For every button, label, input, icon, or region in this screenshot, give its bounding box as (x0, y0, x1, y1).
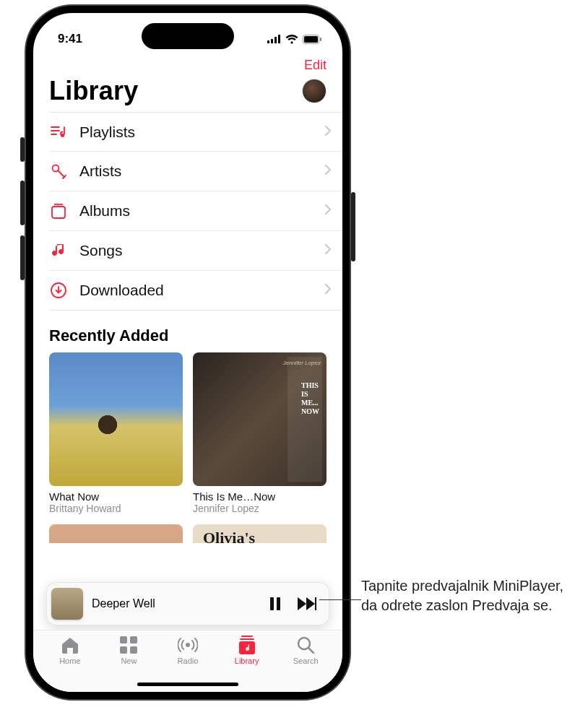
svg-rect-12 (52, 207, 65, 218)
page-title: Library (49, 76, 138, 106)
album-title: What Now (49, 490, 183, 503)
album-artist: Jennifer Lopez (193, 503, 327, 514)
dynamic-island (142, 23, 234, 49)
home-indicator (137, 682, 238, 686)
library-row-label: Playlists (79, 124, 314, 141)
edit-button[interactable]: Edit (304, 58, 327, 73)
album-artist: Brittany Howard (49, 503, 183, 514)
cellular-icon (267, 35, 281, 43)
callout-text: Tapnite predvajalnik MiniPlayer, da odre… (361, 576, 568, 615)
volume-up-button (20, 181, 25, 225)
mini-player-artwork (51, 588, 83, 620)
svg-rect-21 (120, 646, 127, 654)
album-icon (49, 203, 68, 219)
tab-label: Radio (178, 656, 199, 665)
album-card[interactable]: What Now Brittany Howard (49, 352, 183, 514)
profile-avatar[interactable] (302, 79, 327, 103)
svg-rect-18 (315, 597, 316, 610)
cover-signature: Jennifer Lopez (283, 360, 321, 366)
status-time: 9:41 (58, 32, 82, 46)
power-button (351, 192, 355, 261)
recently-added-grid: What Now Brittany Howard Jennifer Lopez … (33, 352, 342, 514)
library-row-label: Artists (79, 162, 314, 180)
svg-rect-15 (277, 597, 280, 610)
library-sections-list: Playlists Artists Albums Songs (33, 112, 342, 311)
chevron-right-icon (325, 204, 331, 217)
svg-rect-2 (274, 37, 277, 43)
svg-rect-0 (267, 40, 269, 43)
library-row-songs[interactable]: Songs (49, 231, 342, 271)
grid-icon (120, 635, 137, 655)
library-row-playlists[interactable]: Playlists (49, 112, 342, 152)
library-row-label: Albums (79, 202, 314, 220)
silent-switch (20, 137, 25, 162)
library-row-label: Songs (79, 242, 314, 259)
library-row-downloaded[interactable]: Downloaded (49, 271, 342, 311)
home-icon (61, 635, 79, 655)
callout-leader-line (319, 599, 361, 600)
svg-rect-20 (130, 636, 137, 644)
tab-label: Search (293, 656, 319, 665)
album-artwork-partial[interactable] (49, 524, 183, 543)
album-artwork (49, 352, 183, 486)
cover-text: THIS IS ME... NOW (301, 381, 319, 416)
tab-home[interactable]: Home (45, 635, 95, 692)
svg-marker-17 (306, 597, 315, 610)
chevron-right-icon (325, 165, 331, 178)
svg-rect-1 (271, 39, 273, 43)
library-row-albums[interactable]: Albums (49, 191, 342, 231)
album-card[interactable]: Jennifer Lopez THIS IS ME... NOW This Is… (193, 352, 327, 514)
svg-rect-3 (278, 35, 280, 43)
recently-added-partial-row: Olivia's (33, 514, 342, 543)
volume-down-button (20, 235, 25, 280)
svg-rect-22 (130, 646, 137, 654)
mini-player-track: Deeper Well (92, 597, 255, 610)
recently-added-title: Recently Added (33, 311, 342, 352)
note-icon (49, 243, 68, 259)
wifi-icon (285, 35, 298, 44)
callout: Tapnite predvajalnik MiniPlayer, da odre… (361, 576, 568, 615)
playlist-icon (49, 125, 68, 139)
svg-marker-16 (298, 597, 306, 610)
battery-icon (303, 35, 322, 44)
album-title: This Is Me…Now (193, 490, 327, 503)
tab-label: Home (59, 656, 80, 665)
pause-button[interactable] (264, 597, 287, 610)
chevron-right-icon (325, 244, 331, 257)
next-track-button[interactable] (295, 597, 319, 610)
tab-label: New (121, 656, 137, 665)
chevron-right-icon (325, 284, 331, 297)
chevron-right-icon (325, 126, 331, 139)
svg-point-10 (61, 134, 64, 137)
album-artwork: Jennifer Lopez THIS IS ME... NOW (193, 352, 327, 486)
partial-album-title: Olivia's (203, 529, 255, 543)
download-icon (49, 282, 68, 298)
library-row-label: Downloaded (79, 282, 314, 299)
phone-frame: 9:41 Edit Library Playlists (26, 6, 350, 699)
svg-rect-14 (270, 597, 274, 610)
mini-player[interactable]: Deeper Well (46, 582, 329, 625)
tab-search[interactable]: Search (280, 635, 331, 692)
radio-icon (178, 635, 198, 655)
svg-rect-19 (120, 636, 127, 644)
svg-line-26 (308, 648, 314, 653)
search-icon (297, 635, 314, 655)
mic-icon (49, 163, 68, 179)
library-icon (238, 635, 256, 655)
svg-rect-6 (320, 38, 321, 41)
album-artwork-partial[interactable]: Olivia's (193, 524, 327, 543)
library-row-artists[interactable]: Artists (49, 152, 342, 191)
svg-rect-5 (304, 36, 318, 43)
svg-point-23 (186, 643, 190, 647)
tab-label: Library (235, 656, 259, 665)
